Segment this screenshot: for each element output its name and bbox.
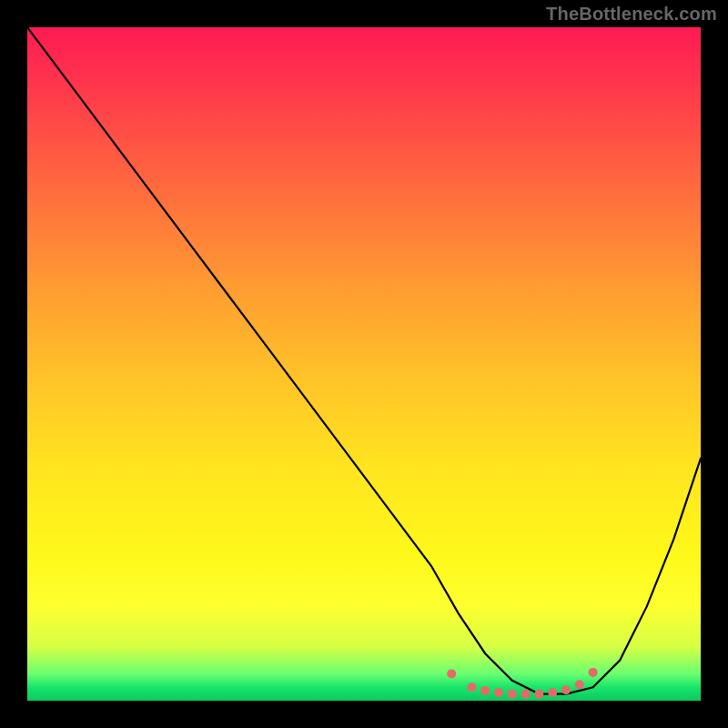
marker-dot xyxy=(447,669,456,678)
plot-area xyxy=(27,27,701,701)
curve-svg xyxy=(27,27,701,701)
marker-dot xyxy=(589,668,598,677)
watermark-text: TheBottleneck.com xyxy=(546,4,717,25)
bottleneck-curve xyxy=(27,27,701,694)
chart-frame: TheBottleneck.com xyxy=(0,0,728,728)
baseline-band xyxy=(27,682,701,701)
